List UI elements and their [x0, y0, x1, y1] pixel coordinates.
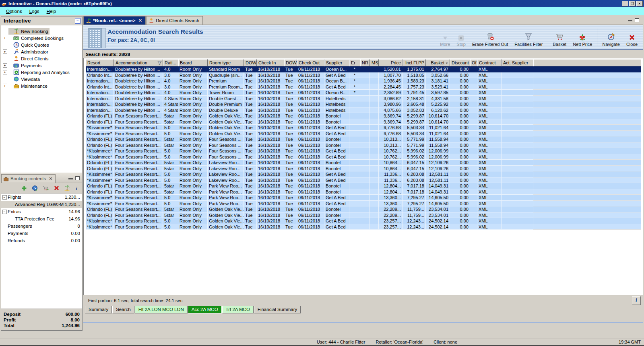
column-header-check-out[interactable]: Check Out [297, 59, 324, 66]
sidebar-item-new-booking[interactable]: New Booking [1, 28, 82, 35]
column-header-check-in[interactable]: Check In [257, 59, 284, 66]
column-header-discount[interactable]: Discount [450, 59, 470, 66]
expand-icon[interactable]: + [3, 63, 7, 68]
column-header-basket[interactable]: Basket▼ [426, 59, 450, 66]
table-row[interactable]: Orlando (FL)Four Seasons Resort...5starR… [86, 166, 641, 172]
menu-item-logs[interactable]: Logs [26, 8, 43, 14]
section-tab-flt-2a-lon-mco-lon[interactable]: Flt 2A LON MCO LON [135, 306, 188, 313]
column-header-rati-[interactable]: Rati... [163, 59, 178, 66]
column-header-of[interactable]: Of [470, 59, 477, 66]
booking-row-payments[interactable]: Payments0.00 [1, 230, 82, 237]
column-header-dow[interactable]: DOW [244, 59, 257, 66]
navigate-button[interactable]: Navigate [599, 27, 623, 47]
table-row[interactable]: Orlando (FL)Four Seasons Resort...5starR… [86, 189, 641, 195]
column-header-incl-fl-pp[interactable]: Incl.Fl.PP [402, 59, 426, 66]
column-header-accommodation[interactable]: Accommodation [114, 59, 163, 66]
info-icon[interactable]: i [75, 185, 78, 191]
delete-icon[interactable] [54, 185, 59, 191]
column-header-dow[interactable]: DOW [284, 59, 297, 66]
table-row[interactable]: Orlando (FL)Four Seasons Resort...5starR… [86, 212, 641, 218]
section-tab-acc-2a-mco[interactable]: Acc 2A MCO [188, 306, 222, 313]
section-tab-trf-2a-mco[interactable]: Trf 2A MCO [222, 306, 254, 313]
basket-button[interactable]: Basket [550, 27, 570, 47]
table-row[interactable]: Internation...Doubletree by Hilton ...4.… [86, 90, 641, 96]
booking-row-passengers[interactable]: Passengers0 [1, 222, 82, 230]
info-button[interactable]: i [632, 296, 641, 305]
table-row[interactable]: Internation...Doubletree by Hilton ...4.… [86, 78, 641, 84]
close-button[interactable]: Close [623, 27, 641, 47]
tab-direct-clients-search[interactable]: Direct Clients Search [146, 16, 203, 25]
column-header-resort[interactable]: Resort [86, 59, 114, 66]
filter-funnel-icon[interactable] [157, 61, 162, 65]
table-row[interactable]: *Kissimmee*Four Seasons Resort...5.0Room… [86, 195, 641, 201]
close-icon[interactable]: ✕ [49, 176, 53, 181]
table-row[interactable]: *Kissimmee*Four Seasons Resort...5.0Room… [86, 171, 641, 177]
column-header-nr[interactable]: NR [360, 59, 370, 66]
close-button[interactable]: × [636, 1, 643, 6]
table-row[interactable]: Internation...Doubletree by Hilton ...4 … [86, 101, 641, 107]
collapse-icon[interactable]: − [2, 195, 7, 200]
collapse-panel-icon[interactable]: − [75, 18, 80, 24]
tab--book-ref-none-[interactable]: *Book. ref.: <none>✕ [83, 16, 146, 25]
availability-icon[interactable] [32, 185, 38, 191]
collapse-icon[interactable]: − [2, 210, 7, 214]
table-row[interactable]: *Kissimmee*Four Seasons Resort...5.0Room… [86, 154, 641, 160]
booking-row-refunds[interactable]: Refunds0.00 [1, 237, 82, 244]
close-icon[interactable]: ✕ [138, 18, 142, 23]
booking-row-tta-protection-fee[interactable]: TTA Protection Fee14.96 [1, 215, 82, 222]
table-row[interactable]: *Kissimmee*Four Seasons Resort...5.0Room… [86, 177, 641, 183]
sidebar-item-reporting-and-analytics[interactable]: +Reporting and Analytics [1, 69, 82, 76]
table-row[interactable]: Orlando (FL)Four Seasons Resort...5starR… [86, 206, 641, 212]
section-tab-search[interactable]: Search [112, 306, 134, 313]
sidebar-item-viewdata[interactable]: Viewdata [1, 76, 82, 82]
expand-icon[interactable]: + [3, 49, 7, 54]
table-row[interactable]: *Kissimmee*Four Seasons Resort...5.0Room… [86, 218, 641, 224]
table-row[interactable]: Orlando (FL)Four Seasons Resort...5starR… [86, 160, 641, 166]
sidebar-item-maintenance[interactable]: +Maintenance [1, 82, 82, 89]
booking-contents-tab[interactable]: Booking contents ✕ [1, 174, 56, 183]
palm-tree-icon[interactable] [64, 185, 70, 191]
panel-maximize-icon[interactable] [75, 176, 80, 180]
minimize-button[interactable]: _ [622, 1, 628, 6]
table-row[interactable]: *Kissimmee*Four Seasons Resort...5.0Room… [86, 224, 641, 230]
erase-filtered-out-button[interactable]: Erase Filtered Out [469, 27, 511, 47]
table-row[interactable]: Orlando Int...Doubletree by Hilton ...3.… [86, 72, 641, 78]
cart-go-icon[interactable] [43, 185, 49, 191]
section-tab-financial-summary[interactable]: Financial Summary [254, 306, 301, 313]
table-row[interactable]: Orlando Int...Doubletree by Hilton ...3.… [86, 84, 641, 90]
booking-row-advanced-reg-lgw-m[interactable]: Advanced Reg LGW>M1,230... [1, 201, 82, 208]
table-row[interactable]: Internation...Doubletree by Hilton ...4 … [86, 107, 641, 113]
sidebar-item-completed-bookings[interactable]: +Completed Bookings [1, 35, 82, 41]
nett-price-button[interactable]: Nett Price [570, 27, 595, 47]
menu-item-options[interactable]: Options [2, 8, 26, 14]
restore-button[interactable]: ❐ [629, 1, 636, 6]
column-header-board[interactable]: Board [178, 59, 208, 66]
column-header-contract[interactable]: Contract [477, 59, 502, 66]
table-row[interactable]: Internation...Doubletree by Hilton ...4 … [86, 96, 641, 102]
column-header-supplier[interactable]: Supplier [324, 59, 349, 66]
sidebar-item-direct-clients[interactable]: Direct Clients [1, 55, 82, 62]
expand-icon[interactable]: + [3, 84, 7, 88]
booking-row-extras[interactable]: −Extras14.96 [1, 208, 82, 215]
panel-maximize-icon[interactable] [635, 18, 639, 22]
table-row[interactable]: Orlando (FL)Four Seasons Resort...5starR… [86, 119, 641, 125]
sidebar-item-payments[interactable]: +$Payments [1, 62, 82, 69]
table-row[interactable]: *Kissimmee*Four Seasons Resort...5.0Room… [86, 201, 641, 207]
column-header-er[interactable]: Er [349, 59, 360, 66]
facilities-filter-button[interactable]: Facilities Filter [511, 27, 546, 47]
column-header-room-type[interactable]: Room type [208, 59, 244, 66]
menu-item-help[interactable]: Help [43, 8, 60, 14]
booking-row-flights[interactable]: −Flights1,230... [1, 194, 82, 201]
sidebar-item-quick-quotes[interactable]: Quick Quotes [1, 41, 82, 48]
add-icon[interactable] [21, 185, 27, 191]
column-header-act-supplier[interactable]: Act. Supplier [502, 59, 533, 66]
expand-icon[interactable]: + [3, 70, 7, 74]
column-header-price[interactable]: Price [379, 59, 402, 66]
panel-minimize-icon[interactable] [68, 176, 73, 179]
panel-minimize-icon[interactable] [628, 18, 632, 21]
table-row[interactable]: Orlando (FL)Four Seasons Resort...5starR… [86, 142, 641, 148]
table-row[interactable]: Orlando (FL)Four Seasons Resort...5starR… [86, 136, 641, 142]
table-row[interactable]: Orlando (FL)Four Seasons Resort...5starR… [86, 183, 641, 189]
table-row[interactable]: *Kissimmee*Four Seasons Resort...5.0Room… [86, 148, 641, 154]
sidebar-item-administrator[interactable]: +Administrator [1, 48, 82, 55]
